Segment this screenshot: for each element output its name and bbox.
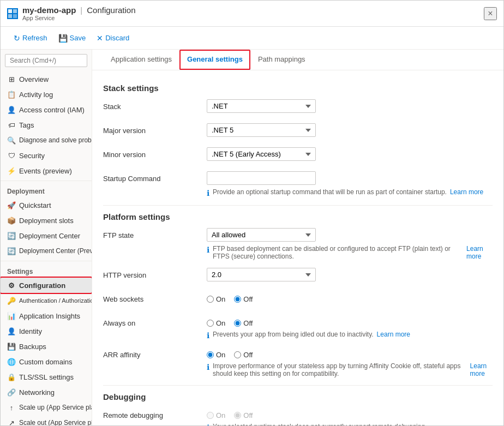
sidebar-item-access-control[interactable]: 👤 Access control (IAM) — [1, 102, 92, 117]
sidebar-item-label: Overview — [19, 75, 49, 83]
arr-affinity-control: On Off ℹ Improve performance of your sta… — [207, 347, 493, 377]
remote-debugging-off-radio — [234, 412, 241, 419]
content-area: Application settings General settings Pa… — [92, 50, 503, 425]
settings-form: Stack settings Stack .NET Java Node Majo… — [92, 70, 503, 425]
tab-application-settings[interactable]: Application settings — [103, 50, 179, 70]
arr-learn-more-link[interactable]: Learn more — [470, 362, 493, 377]
http-version-select[interactable]: 2.0 1.1 — [207, 268, 316, 281]
sidebar-item-deployment-center-preview[interactable]: 🔄 Deployment Center (Preview) — [1, 243, 92, 259]
tls-ssl-icon: 🔒 — [7, 373, 16, 381]
scale-out-icon: ↗ — [7, 418, 16, 425]
remote-debugging-info-text: Your selected runtime stack does not cur… — [213, 423, 427, 425]
app-window: my-demo-app | Configuration App Service … — [0, 0, 504, 426]
discard-button[interactable]: ✕ Discard — [92, 32, 134, 45]
sidebar-item-tags[interactable]: 🏷 Tags — [1, 117, 92, 133]
sidebar-item-identity[interactable]: 👤 Identity — [1, 323, 92, 339]
remote-debugging-row: Remote debugging On Off — [103, 408, 493, 425]
arr-affinity-info: ℹ Improve performance of your stateless … — [207, 362, 493, 377]
minor-version-control: .NET 5 (Early Access) — [207, 147, 493, 161]
always-on-on-radio[interactable] — [207, 320, 214, 327]
arr-affinity-row: ARR affinity On Off — [103, 347, 493, 377]
web-sockets-control: On Off — [207, 292, 493, 303]
sidebar-item-auth[interactable]: 🔑 Authentication / Authorization — [1, 293, 92, 308]
major-version-select[interactable]: .NET 5 .NET Core 3.1 — [207, 123, 316, 137]
search-input[interactable] — [5, 54, 87, 67]
sidebar-item-tls-ssl[interactable]: 🔒 TLS/SSL settings — [1, 369, 92, 385]
tab-general-settings[interactable]: General settings — [179, 50, 250, 70]
ftp-learn-more-link[interactable]: Learn more — [466, 245, 493, 260]
always-on-off-option[interactable]: Off — [234, 319, 253, 327]
sidebar-item-deployment-slots[interactable]: 📦 Deployment slots — [1, 213, 92, 228]
info-icon: ℹ — [207, 423, 209, 425]
sidebar-item-label: Configuration — [19, 281, 65, 290]
stack-select[interactable]: .NET Java Node — [207, 99, 316, 113]
diagnose-icon: 🔍 — [7, 136, 16, 145]
always-on-off-radio[interactable] — [234, 320, 241, 327]
remote-debugging-radio-group: On Off — [207, 408, 493, 419]
sidebar-item-quickstart[interactable]: 🚀 Quickstart — [1, 197, 92, 213]
sidebar-item-label: Diagnose and solve problems — [19, 136, 92, 144]
sidebar-search-container — [1, 50, 92, 71]
platform-settings-title: Platform settings — [103, 212, 493, 221]
sidebar-item-overview[interactable]: ⊞ Overview — [1, 71, 92, 87]
sidebar-item-label: Quickstart — [19, 201, 51, 209]
close-button[interactable]: × — [484, 7, 497, 20]
startup-learn-more-link[interactable]: Learn more — [450, 188, 483, 196]
info-icon: ℹ — [207, 189, 209, 197]
sidebar-item-scale-up[interactable]: ↑ Scale up (App Service plan) — [1, 400, 92, 415]
app-name: my-demo-app — [22, 5, 76, 15]
arr-affinity-on-radio[interactable] — [207, 351, 214, 358]
always-on-on-option[interactable]: On — [207, 319, 225, 327]
sidebar-item-activity-log[interactable]: 📋 Activity log — [1, 87, 92, 102]
sidebar-item-diagnose[interactable]: 🔍 Diagnose and solve problems — [1, 133, 92, 148]
always-on-learn-more-link[interactable]: Learn more — [377, 331, 410, 338]
sidebar-item-networking[interactable]: 🔗 Networking — [1, 385, 92, 400]
tabs-bar: Application settings General settings Pa… — [92, 50, 503, 70]
web-sockets-radio-group: On Off — [207, 292, 493, 303]
tab-path-mappings[interactable]: Path mappings — [250, 50, 313, 70]
minor-version-select[interactable]: .NET 5 (Early Access) — [207, 147, 316, 161]
sidebar-item-events[interactable]: ⚡ Events (preview) — [1, 163, 92, 178]
sidebar-item-deployment-center[interactable]: 🔄 Deployment Center — [1, 228, 92, 243]
arr-affinity-off-option[interactable]: Off — [234, 351, 253, 359]
title-separator: | — [80, 5, 82, 15]
web-sockets-off-radio[interactable] — [234, 296, 241, 303]
sidebar-item-backups[interactable]: 💾 Backups — [1, 339, 92, 354]
sidebar-item-security[interactable]: 🛡 Security — [1, 148, 92, 163]
custom-domains-icon: 🌐 — [7, 357, 16, 366]
web-sockets-on-option[interactable]: On — [207, 295, 225, 303]
sidebar-item-label: Identity — [19, 327, 42, 335]
ftp-state-control: All allowed FTPS Only Disabled ℹ FTP bas… — [207, 228, 493, 260]
web-sockets-on-label: On — [216, 295, 225, 303]
remote-debugging-control: On Off ℹ Your selected runtime stack doe… — [207, 408, 493, 425]
save-label: Save — [70, 34, 86, 42]
stack-label: Stack — [103, 99, 207, 111]
toolbar: ↻ Refresh 💾 Save ✕ Discard — [1, 27, 503, 50]
access-control-icon: 👤 — [7, 105, 16, 114]
remote-debugging-on-option[interactable]: On — [207, 411, 225, 419]
http-version-label: HTTP version — [103, 268, 207, 279]
refresh-button[interactable]: ↻ Refresh — [9, 32, 52, 45]
startup-command-row: Startup Command ℹ Provide an optional st… — [103, 171, 493, 197]
sidebar-item-app-insights[interactable]: 📊 Application Insights — [1, 308, 92, 323]
ftp-state-select[interactable]: All allowed FTPS Only Disabled — [207, 228, 316, 242]
sidebar-item-scale-out[interactable]: ↗ Scale out (App Service plan) — [1, 415, 92, 425]
web-sockets-off-option[interactable]: Off — [234, 295, 253, 303]
arr-affinity-on-option[interactable]: On — [207, 351, 225, 359]
sidebar-item-custom-domains[interactable]: 🌐 Custom domains — [1, 354, 92, 369]
sidebar-item-configuration[interactable]: ⚙ Configuration — [1, 278, 92, 293]
svg-rect-1 — [13, 9, 17, 13]
startup-command-input[interactable] — [207, 171, 316, 185]
major-version-row: Major version .NET 5 .NET Core 3.1 — [103, 123, 493, 140]
ftp-state-row: FTP state All allowed FTPS Only Disabled… — [103, 228, 493, 260]
arr-affinity-off-radio[interactable] — [234, 351, 241, 358]
remote-debugging-off-option[interactable]: Off — [234, 411, 253, 419]
major-version-label: Major version — [103, 123, 207, 135]
sidebar-item-label: Networking — [19, 388, 55, 397]
major-version-control: .NET 5 .NET Core 3.1 — [207, 123, 493, 137]
configuration-icon: ⚙ — [7, 281, 16, 290]
always-on-row: Always on On Off — [103, 316, 493, 340]
save-button[interactable]: 💾 Save — [54, 32, 91, 45]
web-sockets-on-radio[interactable] — [207, 296, 214, 303]
arr-affinity-off-label: Off — [243, 351, 253, 359]
